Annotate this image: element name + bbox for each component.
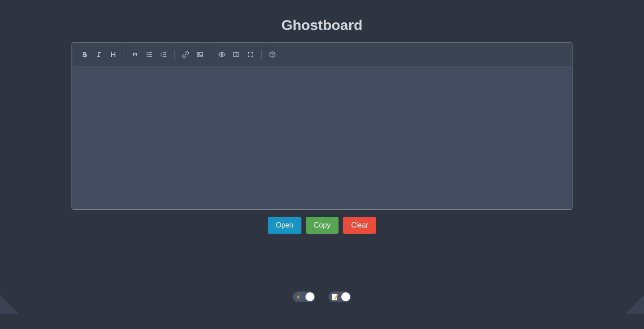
expand-icon [247,51,254,58]
preview-button[interactable] [216,48,228,61]
svg-point-14 [221,54,223,55]
page-title: Ghostboard [281,17,362,34]
link-button[interactable] [179,48,192,61]
svg-rect-3 [148,52,152,53]
svg-point-2 [147,55,148,57]
corner-decoration [625,295,644,314]
toolbar-separator [124,50,124,59]
clear-button[interactable]: Clear [343,217,376,234]
bold-button[interactable] [78,48,91,61]
corner-decoration [0,295,19,314]
help-button[interactable] [266,48,279,61]
help-icon [269,51,276,58]
heading-button[interactable] [107,48,119,61]
svg-rect-9 [163,52,166,53]
svg-text:3: 3 [161,55,162,58]
editor-panel: 123 [72,42,572,210]
quote-button[interactable] [129,48,141,61]
action-buttons: Open Copy Clear [268,217,377,234]
bold-icon [81,51,88,58]
italic-button[interactable] [93,48,105,61]
sun-icon: ☀ [296,294,301,300]
svg-rect-4 [148,54,152,55]
copy-button[interactable]: Copy [306,217,339,234]
fullscreen-button[interactable] [244,48,257,61]
list-ul-icon [146,51,153,58]
svg-rect-10 [163,54,166,55]
eye-icon [218,51,225,58]
switch-row: ☀ 📝 [0,291,644,302]
link-icon [182,51,189,58]
svg-point-0 [147,52,148,53]
svg-rect-5 [148,56,152,57]
editor-mode-toggle[interactable]: 📝 [329,291,351,302]
quote-icon [131,51,139,58]
toolbar-separator [261,50,262,59]
toolbar-separator [211,50,211,59]
app-root: Ghostboard 123 [0,0,644,329]
toggle-knob [305,292,314,301]
columns-icon [233,51,240,58]
image-icon [196,51,203,58]
theme-toggle[interactable]: ☀ [293,291,315,302]
svg-point-1 [147,54,148,55]
svg-point-18 [272,56,273,57]
open-button[interactable]: Open [268,217,301,234]
unordered-list-button[interactable] [143,48,156,61]
editor-textarea[interactable] [76,71,568,205]
side-by-side-button[interactable] [230,48,242,61]
list-ol-icon: 123 [160,51,167,58]
toolbar-separator [174,50,175,59]
editor-toolbar: 123 [72,43,572,66]
italic-icon [95,51,102,58]
toggle-knob [341,292,350,301]
image-button[interactable] [194,48,206,61]
editor-body [72,66,572,209]
edit-icon: 📝 [331,294,339,300]
ordered-list-button[interactable]: 123 [157,48,170,61]
heading-icon [110,51,117,58]
svg-rect-11 [163,56,166,57]
